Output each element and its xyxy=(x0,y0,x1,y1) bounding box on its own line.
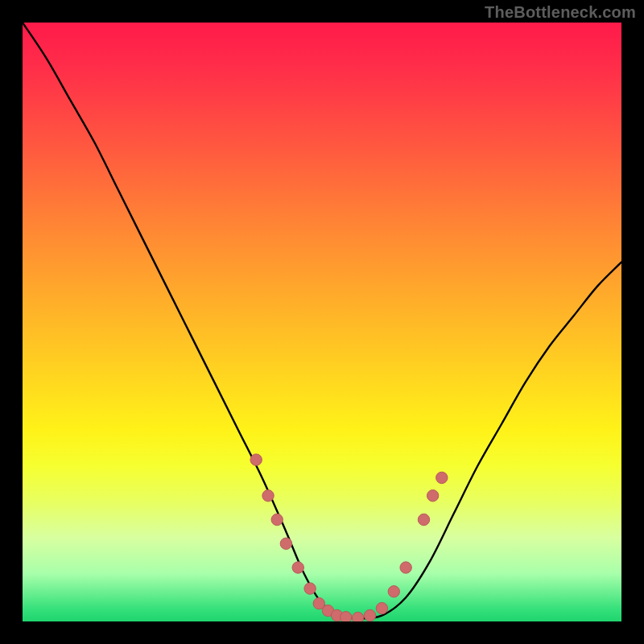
curve-marker xyxy=(304,583,316,594)
curve-marker xyxy=(436,472,448,483)
curve-marker xyxy=(364,609,375,621)
curve-marker xyxy=(271,514,283,525)
curve-marker xyxy=(388,586,399,597)
curve-marker xyxy=(280,538,291,549)
curve-markers xyxy=(250,454,448,621)
curve-marker xyxy=(418,514,429,525)
curve-marker xyxy=(400,562,411,573)
curve-marker xyxy=(352,612,363,621)
curve-marker xyxy=(292,562,303,573)
curve-marker xyxy=(341,612,352,621)
curve-marker xyxy=(262,490,274,502)
bottleneck-curve xyxy=(23,23,621,618)
curve-marker xyxy=(427,490,438,502)
attribution-text: TheBottleneck.com xyxy=(485,3,636,22)
curve-marker xyxy=(250,454,262,465)
curve-marker xyxy=(376,602,387,613)
plot-area xyxy=(23,23,621,621)
curve-layer xyxy=(23,23,621,621)
